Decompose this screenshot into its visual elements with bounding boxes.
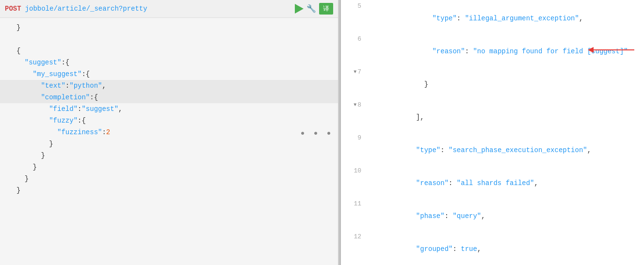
line-number: ▼ 7 (341, 68, 365, 76)
line-content: } (365, 68, 644, 100)
code-line: } (0, 22, 338, 33)
code-line: } (0, 138, 338, 150)
line-content: } (15, 139, 338, 149)
line-content: "completion":{ (15, 92, 338, 103)
line-content: "my_suggest":{ (15, 69, 338, 79)
line-content: "suggest":{ (15, 57, 338, 68)
line-number: 10 (341, 167, 365, 174)
code-line: "field":"suggest", (0, 103, 338, 115)
line-content: { (15, 46, 338, 56)
code-line: "fuzziness":2 (0, 126, 338, 138)
line-content: "type": "search_phase_execution_exceptio… (365, 134, 644, 166)
line-content: ], (365, 101, 644, 133)
http-method: POST (5, 5, 21, 13)
line-content: "type": "illegal_argument_exception", (365, 2, 644, 34)
code-line: "suggest":{ (0, 57, 338, 68)
right-code-line: 5 "type": "illegal_argument_exception", (341, 2, 644, 35)
line-number: 5 (341, 2, 365, 10)
request-body: } { "suggest":{ "my_suggest":{ "text":"p… (0, 18, 338, 263)
request-bar: POST jobbole/article/_search?pretty 🔧 译 (0, 0, 338, 18)
line-content: } (15, 22, 338, 33)
code-line: "text":"python", (0, 80, 338, 92)
line-number: ▼ 8 (341, 101, 365, 109)
right-code-line: ▼ 8 ], (341, 101, 644, 134)
line-content: "text":"python", (15, 80, 338, 91)
right-code-line: 6 "reason": "no mapping found for field … (341, 35, 644, 68)
line-content: } (15, 150, 338, 161)
action-buttons: 🔧 译 (295, 3, 333, 15)
right-code-line: 9 "type": "search_phase_execution_except… (341, 134, 644, 167)
fold-arrow-icon[interactable]: ▼ (354, 102, 356, 108)
code-line: } (0, 185, 338, 196)
more-options-button[interactable]: • • • (296, 130, 334, 135)
request-url[interactable]: jobbole/article/_search?pretty (25, 5, 147, 13)
line-number: 11 (341, 200, 365, 207)
line-content: "reason": "no mapping found for field [s… (365, 35, 644, 67)
line-content: } (15, 173, 338, 184)
line-number: 6 (341, 35, 365, 43)
line-number: 9 (341, 134, 365, 141)
line-number: 12 (341, 233, 365, 240)
right-code-line: 12 "grouped": true, (341, 233, 644, 265)
right-code-line: ▼ 7 } (341, 68, 644, 101)
line-content (15, 34, 338, 45)
right-code-line: 11 "phase": "query", (341, 200, 644, 233)
right-code-line: 10 "reason": "all shards failed", (341, 167, 644, 200)
code-line: } (0, 173, 338, 185)
code-line: { (0, 45, 338, 57)
line-content: "reason": "all shards failed", (365, 167, 644, 199)
line-content: "grouped": true, (365, 233, 644, 265)
line-content: } (15, 162, 338, 172)
line-content: "fuzzy":{ (15, 115, 338, 126)
code-line: "completion":{ (0, 92, 338, 103)
response-body: 5 "type": "illegal_argument_exception", … (341, 0, 644, 265)
line-content: "field":"suggest", (15, 104, 338, 114)
right-panel: 5 "type": "illegal_argument_exception", … (341, 0, 644, 265)
line-content: "fuzziness":2 (15, 127, 338, 138)
code-line (0, 33, 338, 45)
fold-arrow-icon[interactable]: ▼ (354, 69, 356, 75)
left-panel: POST jobbole/article/_search?pretty 🔧 译 … (0, 0, 339, 265)
code-line: "my_suggest":{ (0, 68, 338, 80)
code-line: } (0, 150, 338, 161)
line-content: } (15, 185, 338, 196)
code-line: "fuzzy":{ (0, 115, 338, 126)
line-content: "phase": "query", (365, 200, 644, 232)
translate-button[interactable]: 译 (319, 3, 333, 15)
run-button[interactable] (295, 4, 304, 14)
code-line: } (0, 161, 338, 173)
wrench-icon[interactable]: 🔧 (306, 4, 316, 14)
